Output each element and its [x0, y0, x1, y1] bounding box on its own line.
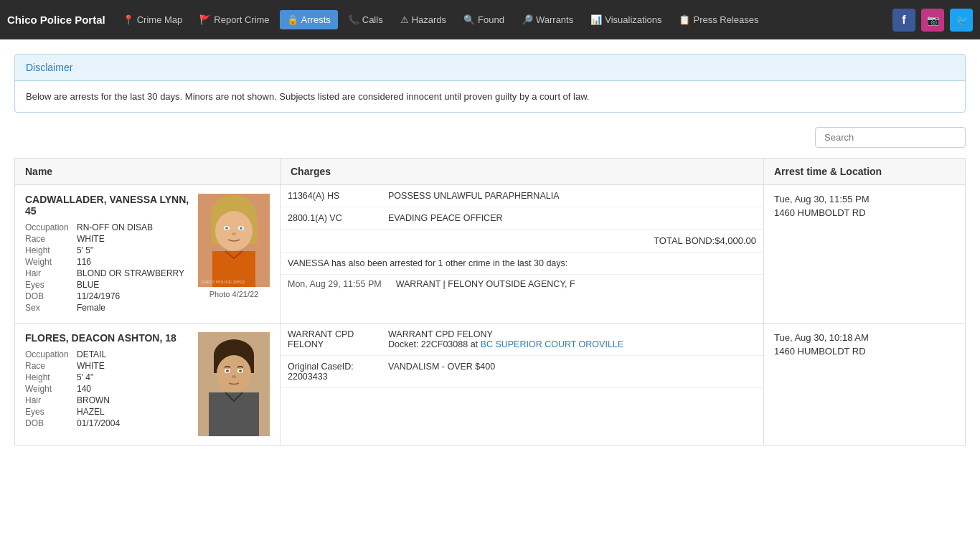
svg-point-7: [225, 227, 228, 230]
race-label: Race: [25, 234, 77, 244]
race-value-f: WHITE: [77, 361, 105, 371]
eyes-label-f: Eyes: [25, 407, 77, 417]
also-crime-charge: WARRANT | FELONY OUTSIDE AGENCY, F: [396, 279, 575, 289]
nav-found[interactable]: 🔍 Found: [456, 10, 512, 29]
arrest-details-flores: Occupation DETAIL Race WHITE Height 5' 4…: [25, 349, 191, 428]
flores-charge-desc-1: WARRANT CPD FELONY Docket: 22CF03088 at …: [381, 324, 763, 356]
twitter-link[interactable]: 🐦: [950, 9, 973, 32]
arrest-info-cadwallader: CADWALLADER, VANESSA LYNN, 45 Occupation…: [25, 194, 191, 314]
press-icon: 📋: [679, 14, 690, 25]
nav-press-releases[interactable]: 📋 Press Releases: [672, 10, 765, 29]
arrest-row-flores: FLORES, DEACON ASHTON, 18 Occupation DET…: [14, 324, 966, 446]
arrest-location-f: 1460 HUMBOLDT RD: [774, 346, 955, 357]
arrest-info-flores: FLORES, DEACON ASHTON, 18 Occupation DET…: [25, 332, 191, 436]
weight-value: 116: [77, 257, 91, 267]
height-label-f: Height: [25, 372, 77, 382]
race-label-f: Race: [25, 361, 77, 371]
hair-value: BLOND OR STRAWBERRY: [77, 268, 184, 278]
height-value: 5' 5": [77, 245, 93, 255]
weight-value-f: 140: [77, 384, 91, 394]
charges-flores: WARRANT CPD FELONY WARRANT CPD FELONY Do…: [281, 324, 764, 445]
race-value: WHITE: [77, 234, 105, 244]
nav-crime-map[interactable]: 📍 Crime Map: [116, 10, 190, 29]
arrest-row-cadwallader: CADWALLADER, VANESSA LYNN, 45 Occupation…: [14, 185, 966, 324]
eyes-label: Eyes: [25, 280, 77, 290]
svg-point-4: [215, 211, 253, 251]
crime-map-icon: 📍: [123, 14, 134, 25]
photo-caption-cadwallader: Photo 4/21/22: [198, 290, 270, 298]
hazards-icon: ⚠: [400, 14, 409, 25]
social-links: f 📷 🐦: [892, 9, 973, 32]
arrest-left-flores: FLORES, DEACON ASHTON, 18 Occupation DET…: [15, 324, 281, 445]
hair-label: Hair: [25, 268, 77, 278]
svg-point-8: [240, 227, 242, 230]
photo-block-cadwallader: CHICO POLICE 29522 Photo 4/21/22: [198, 194, 270, 314]
col-name: Name: [15, 159, 281, 184]
eyes-value: BLUE: [77, 280, 99, 290]
charges-cadwallader: 11364(A) HS POSSESS UNLAWFUL PARAPHERNAL…: [281, 185, 764, 323]
height-value-f: 5' 4": [77, 372, 93, 382]
nav-visualizations[interactable]: 📊 Visualizations: [583, 10, 669, 29]
charge-code-2: 2800.1(A) VC: [281, 207, 381, 230]
calls-icon: 📞: [348, 14, 359, 25]
arrest-datetime-f: Tue, Aug 30, 10:18 AM: [774, 332, 955, 343]
flores-charge-desc-2: VANDALISM - OVER $400: [381, 356, 763, 388]
charge-desc-2: EVADING PEACE OFFICER: [381, 207, 763, 230]
dob-label-f: DOB: [25, 418, 77, 428]
arrest-time-cadwallader: Tue, Aug 30, 11:55 PM 1460 HUMBOLDT RD: [764, 185, 965, 323]
charge-desc-1: POSSESS UNLAWFUL PARAPHERNALIA: [381, 185, 763, 207]
height-label: Height: [25, 245, 77, 255]
occupation-value-f: DETAIL: [77, 349, 106, 359]
search-input[interactable]: [815, 127, 966, 148]
arrest-time-flores: Tue, Aug 30, 10:18 AM 1460 HUMBOLDT RD: [764, 324, 965, 445]
svg-point-9: [232, 232, 236, 235]
charge-code-1: 11364(A) HS: [281, 185, 381, 207]
mugshot-cadwallader: CHICO POLICE 29522: [198, 194, 270, 287]
arrest-name-flores: FLORES, DEACON ASHTON, 18: [25, 332, 191, 344]
arrest-datetime: Tue, Aug 30, 11:55 PM: [774, 194, 955, 204]
nav-report-crime[interactable]: 🚩 Report Crime: [192, 10, 276, 29]
svg-text:CHICO POLICE 29522: CHICO POLICE 29522: [201, 280, 245, 284]
also-crime-date: Mon, Aug 29, 11:55 PM: [288, 279, 382, 289]
navigation: Chico Police Portal 📍 Crime Map 🚩 Report…: [0, 0, 980, 39]
instagram-link[interactable]: 📷: [921, 9, 944, 32]
flores-charge-row-2: Original CaseID: 22003433 VANDALISM - OV…: [281, 356, 763, 388]
facebook-link[interactable]: f: [892, 9, 915, 32]
nav-hazards[interactable]: ⚠ Hazards: [393, 10, 453, 29]
disclaimer-body: Below are arrests for the last 30 days. …: [15, 81, 965, 112]
docket-text: Docket: 22CF03088 at: [388, 339, 481, 349]
charge-row-2: 2800.1(A) VC EVADING PEACE OFFICER: [281, 207, 763, 230]
sex-label: Sex: [25, 303, 77, 313]
nav-calls[interactable]: 📞 Calls: [341, 10, 390, 29]
search-row: [14, 127, 966, 148]
dob-value: 11/24/1976: [77, 291, 120, 301]
also-crime-row: Mon, Aug 29, 11:55 PM WARRANT | FELONY O…: [281, 275, 763, 293]
mugshot-flores: [198, 332, 270, 436]
arrest-left-cadwallader: CADWALLADER, VANESSA LYNN, 45 Occupation…: [15, 185, 281, 323]
flores-charge-code-2: Original CaseID: 22003433: [281, 356, 381, 388]
flores-charge-row-1: WARRANT CPD FELONY WARRANT CPD FELONY Do…: [281, 324, 763, 356]
flores-charge-code-1: WARRANT CPD FELONY: [281, 324, 381, 356]
court-link[interactable]: BC SUPERIOR COURT OROVILLE: [481, 339, 624, 349]
photo-block-flores: [198, 332, 270, 436]
svg-point-21: [232, 375, 236, 378]
occupation-label-f: Occupation: [25, 349, 77, 359]
flag-icon: 🚩: [199, 14, 211, 25]
disclaimer-box: Disclaimer Below are arrests for the las…: [14, 54, 966, 113]
nav-warrants[interactable]: 🔎 Warrants: [514, 10, 580, 29]
site-brand: Chico Police Portal: [7, 14, 105, 26]
nav-arrests[interactable]: 🔒 Arrests: [280, 10, 338, 29]
col-arrest-time: Arrest time & Location: [764, 159, 965, 184]
weight-label-f: Weight: [25, 384, 77, 394]
occupation-value: RN-OFF ON DISAB: [77, 222, 153, 232]
svg-point-19: [226, 369, 229, 372]
viz-icon: 📊: [590, 14, 602, 25]
occupation-label: Occupation: [25, 222, 77, 232]
arrest-icon: 🔒: [287, 14, 298, 25]
eyes-value-f: HAZEL: [77, 407, 105, 417]
svg-point-16: [217, 355, 251, 392]
also-arrested-text: VANESSA has also been arrested for 1 oth…: [281, 253, 763, 275]
table-header: Name Charges Arrest time & Location: [14, 158, 966, 185]
weight-label: Weight: [25, 257, 77, 267]
dob-value-f: 01/17/2004: [77, 418, 120, 428]
